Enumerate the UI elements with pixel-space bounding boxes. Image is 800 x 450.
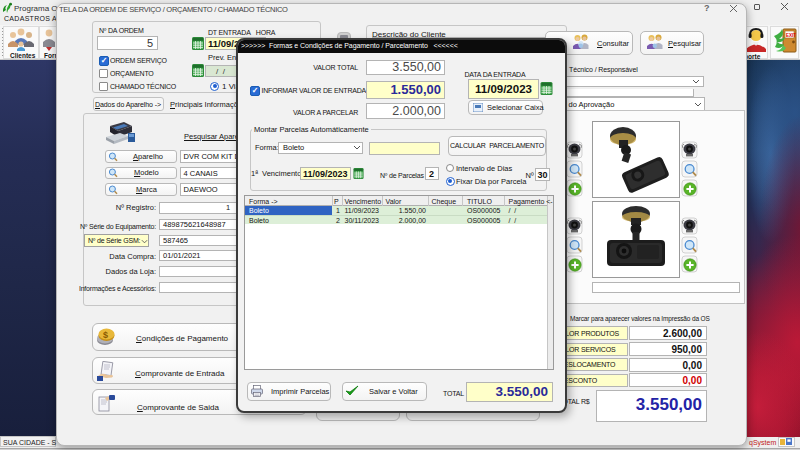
svg-text:EXIT: EXIT	[786, 33, 796, 38]
svg-text:$: $	[103, 330, 108, 340]
